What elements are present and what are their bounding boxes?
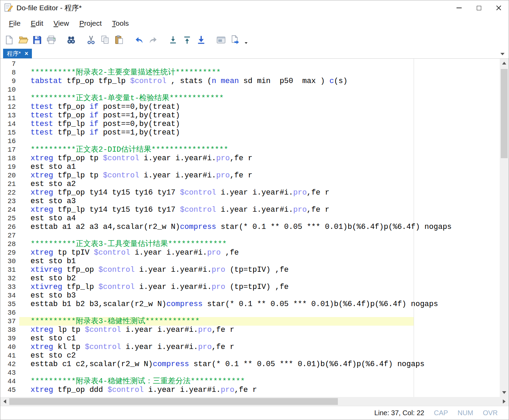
code-line-37[interactable]: 37**********附录表3-稳健性测试************ — [0, 317, 500, 326]
code-line-24[interactable]: 24xtreg tfp_lp ty14 ty15 ty16 ty17 $cont… — [0, 206, 500, 214]
code-line-33[interactable]: 33xtivreg tfp_lp $control i.year i.year#… — [0, 283, 500, 291]
line-number: 28 — [0, 240, 19, 248]
jump-up-to-line-button[interactable] — [180, 33, 193, 46]
code-line-45[interactable]: 45xtreg tfp_op ddd $control i.year i.yea… — [0, 386, 500, 394]
line-number: 44 — [0, 377, 19, 386]
menu-edit[interactable]: Edit — [26, 17, 48, 30]
code-text — [19, 60, 500, 68]
execute-do-button[interactable] — [228, 33, 241, 46]
line-number: 31 — [0, 266, 19, 274]
code-line-19[interactable]: 19est sto a1 — [0, 163, 500, 171]
minimize-button[interactable] — [449, 0, 469, 15]
code-text — [19, 137, 500, 145]
copy-button[interactable] — [98, 33, 111, 46]
code-line-29[interactable]: 29xtreg tp tpIV $control i.year i.year#i… — [0, 248, 500, 257]
print-button[interactable] — [45, 33, 58, 46]
code-text: xtreg kl tp $control i.year i.year#i.pro… — [19, 343, 500, 351]
redo-button[interactable] — [146, 33, 159, 46]
code-line-41[interactable]: 41est sto c2 — [0, 351, 500, 360]
code-line-21[interactable]: 21est sto a2 — [0, 180, 500, 188]
code-line-43[interactable]: 43 — [0, 369, 500, 377]
scroll-left-arrow[interactable] — [0, 397, 9, 406]
code-line-11[interactable]: 11**********正文表1-单变量t-检验结果************ — [0, 94, 500, 103]
code-line-28[interactable]: 28**********正文表3-工具变量估计结果************* — [0, 240, 500, 248]
jump-down-to-line-button[interactable] — [166, 33, 179, 46]
scroll-down-arrow[interactable] — [500, 388, 509, 397]
code-line-39[interactable]: 39est sto c1 — [0, 334, 500, 343]
code-line-22[interactable]: 22xtreg tfp_op ty14 ty15 ty16 ty17 $cont… — [0, 188, 500, 197]
code-line-40[interactable]: 40xtreg kl tp $control i.year i.year#i.p… — [0, 343, 500, 351]
tab-list-chevron-icon[interactable] — [500, 53, 505, 55]
code-line-32[interactable]: 32est sto b2 — [0, 274, 500, 283]
code-line-18[interactable]: 18xtreg tfp_op tp $control i.year i.year… — [0, 154, 500, 163]
caps-lock-indicator: CAP — [434, 409, 448, 417]
code-line-20[interactable]: 20xtreg tfp_lp tp $control i.year i.year… — [0, 171, 500, 180]
code-line-14[interactable]: 14ttest tfp_lp if post==0,by(treat) — [0, 120, 500, 128]
menu-file[interactable]: File — [4, 17, 26, 30]
code-line-12[interactable]: 12ttest tfp_op if post==0,by(treat) — [0, 103, 500, 111]
maximize-button[interactable] — [469, 0, 489, 15]
save-button[interactable] — [31, 33, 44, 46]
code-line-9[interactable]: 9tabstat tfp_op tfp_lp $control , stats … — [0, 77, 500, 85]
code-line-42[interactable]: 42esttab c1 c2,scalar(r2_w N)compress st… — [0, 360, 500, 369]
code-line-17[interactable]: 17**********正文表2-DID估计结果****************… — [0, 145, 500, 154]
line-number: 42 — [0, 360, 19, 369]
open-button[interactable] — [16, 33, 29, 46]
scroll-right-arrow[interactable] — [500, 397, 509, 406]
code-line-7[interactable]: 7 — [0, 60, 500, 68]
code-lines[interactable]: 78**********附录表2-主要变量描述性统计**********9tab… — [0, 59, 500, 397]
code-line-36[interactable]: 36 — [0, 308, 500, 317]
scroll-up-arrow[interactable] — [500, 59, 509, 68]
scissors-icon — [86, 35, 96, 45]
code-line-16[interactable]: 16 — [0, 137, 500, 145]
line-number: 24 — [0, 206, 19, 214]
code-text: est sto a4 — [19, 214, 500, 223]
menu-view[interactable]: View — [48, 17, 74, 30]
code-text — [19, 85, 500, 94]
code-text — [19, 308, 500, 317]
undo-button[interactable] — [132, 33, 145, 46]
menubar: FileEditViewProjectTools — [0, 15, 509, 31]
tab-program[interactable]: 程序* × — [3, 49, 32, 58]
code-line-35[interactable]: 35esttab b1 b2 b3,scalar(r2_w N)compress… — [0, 300, 500, 308]
line-number: 15 — [0, 128, 19, 137]
code-line-38[interactable]: 38xtreg lp tp $control i.year i.year#i.p… — [0, 326, 500, 334]
execute-options-dropdown[interactable] — [242, 39, 249, 47]
code-line-25[interactable]: 25est sto a4 — [0, 214, 500, 223]
code-line-26[interactable]: 26esttab a1 a2 a3 a4,scalar(r2_w N)compr… — [0, 223, 500, 231]
vertical-scrollbar[interactable] — [500, 59, 509, 397]
code-line-8[interactable]: 8**********附录表2-主要变量描述性统计********** — [0, 68, 500, 77]
new-do-file-button[interactable] — [2, 33, 15, 46]
code-line-27[interactable]: 27 — [0, 231, 500, 240]
code-text: ttest tfp_lp if post==1,by(treat) — [19, 128, 500, 137]
vertical-scroll-thumb[interactable] — [501, 69, 508, 158]
tab-close-icon[interactable]: × — [25, 50, 28, 57]
line-number: 30 — [0, 257, 19, 266]
line-number: 36 — [0, 308, 19, 317]
menu-project[interactable]: Project — [74, 17, 107, 30]
find-button[interactable] — [64, 33, 78, 46]
code-text: esttab a1 a2 a3 a4,scalar(r2_w N)compres… — [19, 223, 500, 231]
menu-tools[interactable]: Tools — [107, 17, 134, 30]
paste-button[interactable] — [113, 33, 126, 46]
code-line-31[interactable]: 31xtivreg tfp_op $control i.year i.year#… — [0, 266, 500, 274]
line-number: 35 — [0, 300, 19, 308]
code-line-34[interactable]: 34est sto b3 — [0, 291, 500, 300]
line-number: 21 — [0, 180, 19, 188]
code-line-13[interactable]: 13ttest tfp_op if post==1,by(treat) — [0, 111, 500, 120]
code-editor[interactable]: 78**********附录表2-主要变量描述性统计**********9tab… — [0, 59, 509, 397]
code-line-23[interactable]: 23est sto a3 — [0, 197, 500, 206]
execute-do-icon — [230, 35, 240, 45]
status-bar: Line: 37, Col: 22 CAP NUM OVR — [0, 406, 509, 420]
horizontal-scrollbar[interactable] — [0, 397, 509, 406]
code-text: est sto a2 — [19, 180, 500, 188]
cut-button[interactable] — [84, 33, 97, 46]
run-down-button[interactable] — [194, 33, 208, 46]
code-line-44[interactable]: 44**********附录表4-稳健性测试：三重差分法************ — [0, 377, 500, 386]
code-line-15[interactable]: 15ttest tfp_lp if post==1,by(treat) — [0, 128, 500, 137]
preview-button[interactable] — [214, 33, 227, 46]
close-button[interactable] — [489, 0, 509, 15]
horizontal-scroll-thumb[interactable] — [9, 398, 338, 405]
code-line-30[interactable]: 30est sto b1 — [0, 257, 500, 266]
code-line-10[interactable]: 10 — [0, 85, 500, 94]
